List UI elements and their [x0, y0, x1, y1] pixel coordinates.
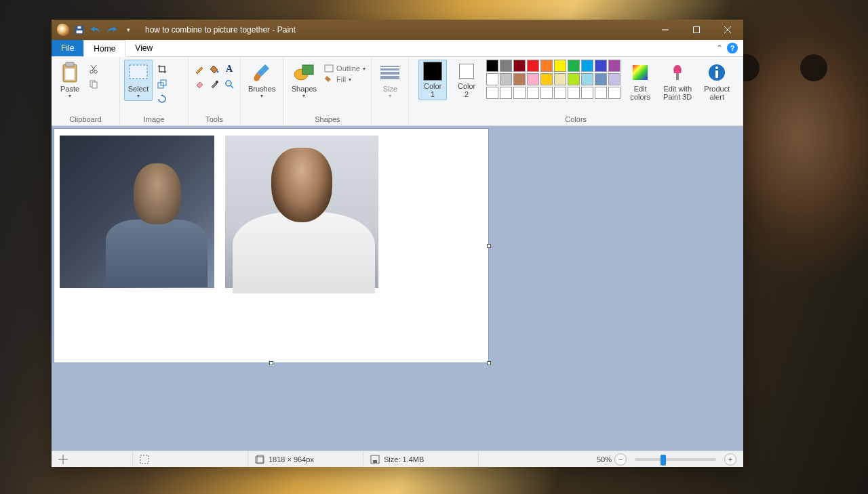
palette-color[interactable]	[568, 73, 580, 85]
svg-rect-15	[92, 82, 97, 88]
zoom-slider-thumb[interactable]	[660, 455, 666, 466]
text-icon[interactable]: A	[222, 62, 236, 76]
resize-handle-right[interactable]	[487, 244, 491, 248]
svg-rect-26	[633, 65, 648, 80]
pasted-image-1[interactable]	[60, 136, 214, 288]
app-icon[interactable]	[56, 22, 71, 37]
palette-color[interactable]	[554, 60, 566, 72]
redo-icon[interactable]	[104, 22, 119, 37]
zoom-slider[interactable]	[635, 458, 716, 461]
palette-color[interactable]	[527, 60, 539, 72]
tab-home[interactable]: Home	[83, 40, 125, 57]
fill-icon[interactable]	[208, 62, 221, 76]
group-shapes: Shapes ▾ Outline▾ Fill▾ Shapes	[283, 57, 372, 125]
palette-color[interactable]	[513, 60, 526, 72]
canvas[interactable]	[54, 129, 488, 363]
select-button[interactable]: Select ▾	[124, 60, 153, 101]
chevron-down-icon: ▾	[68, 93, 71, 99]
eraser-icon[interactable]	[193, 77, 206, 91]
shapes-button[interactable]: Shapes ▾	[288, 60, 320, 101]
paste-button[interactable]: Paste ▾	[56, 60, 84, 101]
rotate-icon[interactable]	[155, 92, 169, 106]
resize-icon[interactable]	[155, 77, 169, 91]
zoom-level: 50%	[597, 455, 612, 464]
group-label-tools: Tools	[193, 114, 236, 125]
palette-color[interactable]	[486, 87, 498, 99]
palette-color[interactable]	[595, 87, 607, 99]
palette-color[interactable]	[500, 60, 512, 72]
help-icon[interactable]: ?	[727, 43, 738, 54]
palette-color[interactable]	[568, 87, 580, 99]
zoom-out-button[interactable]: −	[614, 453, 627, 466]
palette-color[interactable]	[486, 73, 498, 85]
palette-color[interactable]	[608, 87, 620, 99]
palette-color[interactable]	[527, 73, 539, 85]
color2-button[interactable]: Color 2	[452, 60, 481, 100]
size-button[interactable]: Size ▾	[376, 60, 404, 101]
qat-customize-icon[interactable]: ▾	[121, 22, 136, 37]
palette-color[interactable]	[513, 87, 526, 99]
selection-size	[133, 451, 248, 467]
color2-swatch	[459, 64, 474, 79]
palette-color[interactable]	[554, 87, 566, 99]
window-title: how to combine to picture together - Pai…	[145, 25, 296, 35]
cut-icon[interactable]	[87, 62, 100, 76]
svg-point-20	[216, 81, 218, 83]
tab-view[interactable]: View	[125, 40, 162, 56]
palette-color[interactable]	[486, 60, 498, 72]
palette-color[interactable]	[540, 87, 553, 99]
ribbon: Paste ▾ Clipboard Select ▾	[52, 57, 743, 126]
group-colors: Color 1 Color 2 Edit colors Edit with Pa…	[409, 57, 743, 125]
palette-color[interactable]	[581, 87, 593, 99]
resize-handle-corner[interactable]	[487, 361, 491, 365]
palette-color[interactable]	[527, 87, 539, 99]
color1-button[interactable]: Color 1	[418, 60, 447, 100]
minimize-button[interactable]	[650, 20, 681, 40]
palette-color[interactable]	[608, 60, 620, 72]
palette-color[interactable]	[595, 60, 607, 72]
svg-rect-29	[715, 70, 718, 78]
palette-color[interactable]	[554, 73, 566, 85]
edit-colors-button[interactable]: Edit colors	[626, 60, 654, 103]
dimensions-icon	[255, 455, 264, 464]
copy-icon[interactable]	[87, 77, 100, 91]
group-size: Size ▾	[372, 57, 409, 125]
selection-icon	[140, 455, 149, 464]
canvas-scroll-area[interactable]	[52, 126, 743, 451]
palette-color[interactable]	[568, 60, 580, 72]
pasted-image-2[interactable]	[225, 136, 378, 288]
tab-file[interactable]: File	[52, 40, 83, 56]
palette-color[interactable]	[513, 73, 526, 85]
pencil-icon[interactable]	[193, 62, 206, 76]
brushes-button[interactable]: Brushes ▾	[245, 60, 279, 101]
edit-with-paint3d-button[interactable]: Edit with Paint 3D	[660, 60, 695, 103]
statusbar: 1818 × 964px Size: 1.4MB 50% − +	[52, 451, 743, 467]
color-picker-icon[interactable]	[208, 77, 221, 91]
disk-icon	[370, 455, 380, 464]
palette-color[interactable]	[608, 73, 620, 85]
save-icon[interactable]	[72, 22, 87, 37]
shape-fill-button[interactable]: Fill▾	[323, 75, 367, 84]
palette-color[interactable]	[581, 73, 593, 85]
crop-icon[interactable]	[155, 62, 169, 76]
close-button[interactable]	[712, 20, 743, 40]
collapse-ribbon-icon[interactable]: ⌃	[716, 43, 723, 53]
palette-color[interactable]	[500, 87, 512, 99]
palette-color[interactable]	[540, 60, 553, 72]
zoom-in-button[interactable]: +	[724, 453, 736, 466]
chevron-down-icon: ▾	[137, 93, 140, 99]
palette-color[interactable]	[581, 60, 593, 72]
svg-rect-16	[130, 65, 147, 79]
palette-color[interactable]	[500, 73, 512, 85]
shape-outline-button[interactable]: Outline▾	[323, 64, 367, 73]
svg-point-30	[715, 66, 718, 69]
maximize-button[interactable]	[681, 20, 712, 40]
color1-swatch	[423, 62, 442, 81]
resize-handle-bottom[interactable]	[269, 361, 273, 365]
magnifier-icon[interactable]	[222, 77, 236, 91]
product-alert-button[interactable]: Product alert	[701, 60, 733, 103]
paint-window: ▾ how to combine to picture together - P…	[52, 20, 743, 467]
undo-icon[interactable]	[88, 22, 103, 37]
palette-color[interactable]	[595, 73, 607, 85]
palette-color[interactable]	[540, 73, 553, 85]
